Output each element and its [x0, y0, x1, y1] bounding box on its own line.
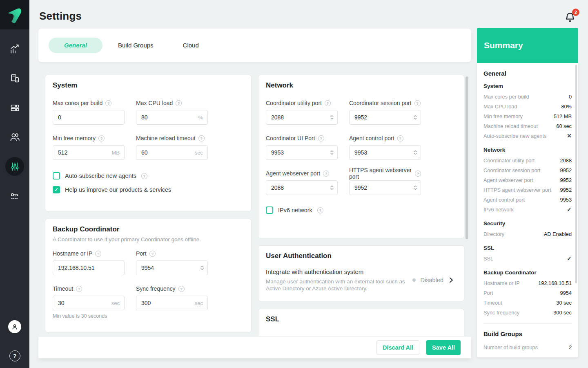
- improve-products-checkbox[interactable]: ✓: [53, 186, 60, 193]
- summary-row: Hostname or IP192.168.10.51: [483, 278, 572, 288]
- summary-row-label: Max cores per build: [483, 94, 529, 100]
- tab-general[interactable]: General: [49, 38, 102, 53]
- checkbox-label: IPv6 network: [278, 207, 312, 213]
- summary-row-label: SSL: [483, 256, 493, 262]
- reload-timeout-input[interactable]: [136, 145, 208, 160]
- https-webserver-port-input[interactable]: [349, 180, 421, 195]
- summary-sub-system: System: [483, 83, 572, 89]
- backup-port-input[interactable]: [136, 260, 208, 275]
- number-stepper[interactable]: [330, 114, 334, 120]
- notifications-bell[interactable]: 2: [564, 11, 579, 25]
- user-avatar[interactable]: [8, 320, 21, 333]
- summary-row-label: Number of build groups: [483, 344, 538, 350]
- backup-card-subtitle: A Coordinator to use if your primary Coo…: [53, 236, 244, 242]
- summary-row-value: 9952: [560, 167, 572, 173]
- number-stepper[interactable]: [413, 114, 417, 120]
- help-icon[interactable]: ?: [176, 100, 182, 106]
- agent-control-port-input[interactable]: [349, 145, 421, 160]
- check-icon: ✓: [567, 255, 572, 262]
- sidebar-item-license[interactable]: [0, 181, 29, 211]
- sidebar-item-settings[interactable]: [0, 152, 29, 181]
- sidebar-item-users[interactable]: [0, 122, 29, 152]
- summary-section-general: General: [483, 70, 572, 77]
- help-icon[interactable]: ?: [323, 171, 329, 177]
- users-icon: [9, 131, 20, 143]
- ipv6-checkbox[interactable]: [266, 206, 273, 214]
- summary-row: Sync frequency300 sec: [483, 307, 572, 317]
- ssl-card-title: SSL: [266, 315, 457, 323]
- help-icon[interactable]: ?: [141, 173, 147, 179]
- help-icon[interactable]: ?: [415, 171, 421, 177]
- tab-cloud[interactable]: Cloud: [168, 38, 214, 53]
- summary-row-value: 9952: [560, 177, 572, 183]
- field-label: Machine reload timeout: [136, 135, 196, 141]
- field-label: Timeout: [53, 285, 73, 292]
- summary-row-value: 9952: [560, 187, 572, 193]
- auth-status-link[interactable]: Disabled: [412, 277, 454, 283]
- help-icon[interactable]: ?: [317, 207, 323, 213]
- summary-row-label: Hostname or IP: [483, 280, 520, 286]
- help-icon[interactable]: ?: [397, 135, 403, 141]
- summary-row: Max cores per build0: [483, 92, 572, 101]
- number-stepper[interactable]: [200, 265, 204, 271]
- field-label: Max CPU load: [136, 100, 173, 106]
- discard-all-button[interactable]: Discard All: [376, 340, 419, 355]
- sidebar-item-agents[interactable]: [0, 63, 29, 93]
- ipv6-row: IPv6 network ?: [266, 206, 457, 214]
- help-icon[interactable]: ?: [198, 135, 205, 141]
- ui-port-input[interactable]: [266, 145, 338, 160]
- summary-row-label: Port: [483, 290, 493, 296]
- save-all-button[interactable]: Save All: [426, 340, 461, 355]
- sync-frequency-input[interactable]: [136, 296, 208, 310]
- number-stepper[interactable]: [413, 185, 417, 191]
- summary-sub-backup: Backup Coordinator: [483, 269, 572, 276]
- summary-sub-network: Network: [483, 147, 572, 153]
- summary-row-label: Directory: [483, 231, 504, 237]
- chevron-right-icon: [448, 277, 454, 283]
- sidebar-item-dashboard[interactable]: [0, 34, 29, 63]
- summary-row: Machine reload timeout60 sec: [483, 121, 572, 131]
- sidebar-item-builds[interactable]: [0, 93, 29, 122]
- utility-port-input[interactable]: [266, 110, 338, 125]
- summary-row: Coordinator session port9952: [483, 165, 572, 175]
- help-icon[interactable]: ?: [149, 251, 156, 257]
- max-cores-input[interactable]: [53, 110, 125, 125]
- summary-row: DirectoryAD Enabled: [483, 229, 572, 239]
- backup-timeout-input[interactable]: [53, 296, 125, 310]
- summary-row-value: 30 sec: [556, 300, 572, 306]
- app-logo[interactable]: [0, 0, 29, 29]
- number-stepper[interactable]: [413, 150, 417, 155]
- number-stepper[interactable]: [330, 185, 334, 191]
- summary-scrollbar[interactable]: [575, 65, 577, 283]
- summary-row: Agent webserver port9952: [483, 175, 572, 185]
- summary-row-value: 2088: [560, 157, 572, 164]
- summary-row: Number of build groups2: [483, 342, 572, 352]
- hostname-input[interactable]: [53, 260, 125, 275]
- help-icon[interactable]: ?: [325, 100, 331, 106]
- field-https-webserver-port: HTTPS agent webserver port?: [349, 170, 421, 195]
- auto-subscribe-checkbox[interactable]: [53, 172, 60, 180]
- summary-row: SSL✓: [483, 254, 572, 263]
- help-icon[interactable]: ?: [318, 135, 324, 141]
- summary-row-value: 0: [569, 94, 572, 100]
- max-cpu-input[interactable]: [136, 110, 208, 125]
- help-icon[interactable]: ?: [414, 100, 421, 106]
- sidebar-nav: [0, 34, 29, 211]
- summary-sub-ssl: SSL: [483, 245, 572, 251]
- help-icon[interactable]: ?: [95, 251, 101, 257]
- help-icon[interactable]: ?: [76, 286, 82, 292]
- session-port-input[interactable]: [349, 110, 421, 125]
- content-scrollbar[interactable]: [466, 76, 468, 239]
- summary-row-label: Auto-subscribe new agents: [483, 133, 546, 139]
- help-icon[interactable]: ?: [105, 100, 111, 106]
- summary-sub-security: Security: [483, 220, 572, 227]
- help-icon[interactable]: ?: [98, 135, 105, 141]
- help-circle-icon[interactable]: ?: [9, 350, 20, 361]
- number-stepper[interactable]: [330, 150, 334, 155]
- help-icon[interactable]: ?: [178, 286, 185, 292]
- tab-build-groups[interactable]: Build Groups: [103, 38, 168, 53]
- min-memory-input[interactable]: [53, 145, 125, 160]
- builds-grid-icon: [9, 102, 20, 113]
- summary-row-label: Max CPU load: [483, 103, 517, 110]
- agent-webserver-port-input[interactable]: [266, 180, 338, 195]
